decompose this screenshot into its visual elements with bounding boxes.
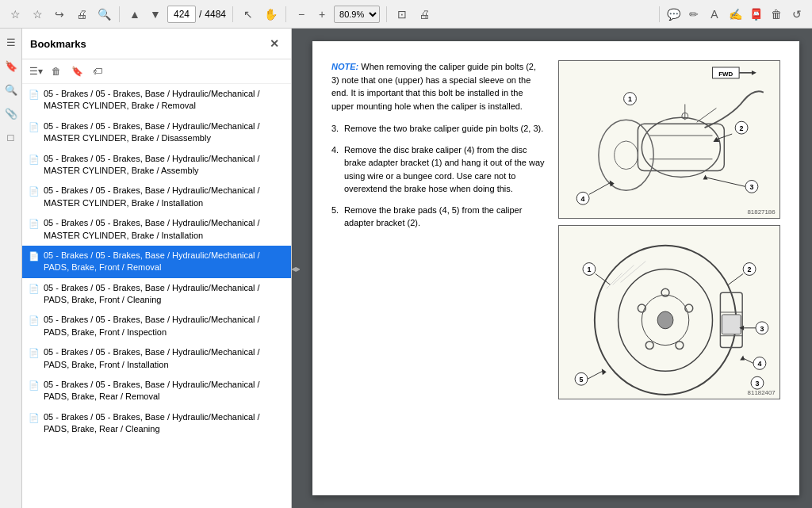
svg-text:2: 2 (740, 124, 744, 132)
bookmark-item-7[interactable]: 📄 05 - Brakes / 05 - Brakes, Base / Hydr… (22, 278, 291, 311)
star-button[interactable]: ☆ (29, 6, 46, 23)
bookmark-icon-10: 📄 (29, 380, 40, 392)
step-5: 5. Remove the brake pads (4, 5) from the… (331, 204, 546, 230)
fit-page-button[interactable]: ⊡ (393, 6, 411, 23)
stamp-button[interactable]: 📮 (747, 6, 764, 23)
bm-menu-button[interactable]: ☰▾ (27, 63, 44, 80)
pen-button[interactable]: ✏ (685, 6, 703, 23)
bookmark-text-2: 05 - Brakes / 05 - Brakes, Base / Hydrau… (44, 120, 285, 145)
note-body: When removing the caliper guide pin bolt… (331, 62, 536, 111)
print2-button[interactable]: 🖨 (416, 6, 433, 23)
bm-delete-button[interactable]: 🗑 (48, 63, 65, 80)
sign-button[interactable]: ✍ (726, 6, 744, 23)
bookmark-icon-6: 📄 (29, 250, 40, 262)
bookmarks-list: 📄 05 - Brakes / 05 - Brakes, Base / Hydr… (22, 84, 291, 508)
svg-text:3: 3 (760, 325, 764, 333)
zoom-select[interactable]: 50% 75% 80.9% 100% 125% 150% (334, 6, 380, 23)
bookmark-icon-4: 📄 (29, 185, 40, 197)
bookmark-item-2[interactable]: 📄 05 - Brakes / 05 - Brakes, Base / Hydr… (22, 116, 291, 149)
pdf-viewer-area: NOTE: When removing the caliper guide pi… (300, 29, 812, 508)
next-page-button[interactable]: ▼ (147, 6, 164, 23)
separator5 (659, 6, 660, 22)
bookmark-icon-1: 📄 (29, 89, 40, 101)
bookmark-text-10: 05 - Brakes / 05 - Brakes, Base / Hydrau… (44, 379, 285, 403)
bookmarks-toolbar: ☰▾ 🗑 🔖 🏷 (22, 59, 291, 84)
sidebar-icon-search[interactable]: 🔍 (2, 81, 20, 98)
svg-text:2: 2 (748, 265, 752, 273)
bookmark-text-7: 05 - Brakes / 05 - Brakes, Base / Hydrau… (44, 282, 285, 307)
diagram-lower: 1 2 3 4 5 (558, 225, 780, 399)
diagram-lower-svg: 1 2 3 4 5 (559, 226, 779, 399)
page-input[interactable]: 424 (167, 6, 196, 23)
svg-text:5: 5 (580, 376, 584, 384)
sidebar-icon-thumbs[interactable]: □ (2, 128, 20, 146)
svg-text:FWD: FWD (718, 71, 733, 78)
bookmarks-title: Bookmarks (30, 38, 86, 50)
bookmark-item-6[interactable]: 📄 05 - Brakes / 05 - Brakes, Base / Hydr… (22, 246, 291, 278)
sidebar-icon-bookmarks[interactable]: 🔖 (2, 57, 20, 74)
pdf-page-content: NOTE: When removing the caliper guide pi… (312, 41, 799, 495)
step-4: 4. Remove the disc brake caliper (4) fro… (331, 143, 546, 196)
bookmark-item-4[interactable]: 📄 05 - Brakes / 05 - Brakes, Base / Hydr… (22, 181, 291, 213)
zoom-in-button[interactable]: + (313, 6, 331, 23)
zoom-out-button[interactable]: − (293, 6, 310, 23)
bookmark-item-11[interactable]: 📄 05 - Brakes / 05 - Brakes, Base / Hydr… (22, 407, 291, 440)
sidebar-icon-attachments[interactable]: 📎 (2, 105, 20, 122)
hand-tool-button[interactable]: ✋ (262, 6, 279, 23)
separator4 (386, 6, 387, 22)
refresh-button[interactable]: ↺ (788, 6, 806, 23)
diagram-upper-svg: FWD 1 2 (559, 61, 779, 218)
page-total: 4484 (205, 9, 226, 20)
bookmark-item-9[interactable]: 📄 05 - Brakes / 05 - Brakes, Base / Hydr… (22, 342, 291, 375)
bookmark-text-6: 05 - Brakes / 05 - Brakes, Base / Hydrau… (44, 250, 285, 274)
bookmark-text-9: 05 - Brakes / 05 - Brakes, Base / Hydrau… (44, 346, 285, 371)
magnify-button[interactable]: 🔍 (95, 6, 113, 23)
comment-button[interactable]: 💬 (665, 6, 682, 23)
svg-text:3: 3 (749, 183, 753, 191)
pdf-text-column: NOTE: When removing the caliper guide pi… (331, 60, 546, 399)
pdf-note: NOTE: When removing the caliper guide pi… (331, 60, 546, 113)
step-5-text: Remove the brake pads (4, 5) from the ca… (344, 205, 522, 228)
bm-bookmark-button[interactable]: 🔖 (68, 63, 86, 80)
bookmark-text-1: 05 - Brakes / 05 - Brakes, Base / Hydrau… (44, 88, 285, 113)
main-layout: ☰ 🔖 🔍 📎 □ Bookmarks ✕ ☰▾ 🗑 🔖 🏷 📄 05 - Br… (0, 29, 812, 508)
bookmark-icon-11: 📄 (29, 412, 40, 424)
step-3: 3. Remove the two brake caliper guide pi… (331, 122, 546, 136)
bookmark-icon-3: 📄 (29, 154, 40, 166)
bookmark-item-8[interactable]: 📄 05 - Brakes / 05 - Brakes, Base / Hydr… (22, 310, 291, 342)
diagram-upper: FWD 1 2 (558, 60, 780, 219)
separator1 (119, 6, 120, 22)
cursor-tool-button[interactable]: ↖ (239, 6, 257, 23)
prev-page-button[interactable]: ▲ (126, 6, 144, 23)
highlight-button[interactable]: A (706, 6, 723, 23)
sidebar-icon-layers[interactable]: ☰ (2, 33, 20, 51)
bm-tag-button[interactable]: 🏷 (89, 63, 106, 80)
bookmark-text-3: 05 - Brakes / 05 - Brakes, Base / Hydrau… (44, 153, 285, 178)
svg-text:1: 1 (587, 265, 591, 273)
step-4-num: 4. (331, 143, 339, 157)
pdf-diagrams-column: FWD 1 2 (558, 60, 780, 399)
procedure-steps: 3. Remove the two brake caliper guide pi… (331, 122, 546, 230)
svg-rect-0 (559, 61, 779, 218)
bookmark-icon-9: 📄 (29, 347, 40, 359)
print-button[interactable]: 🖨 (73, 6, 90, 23)
svg-text:4: 4 (581, 195, 585, 203)
bookmark-item-10[interactable]: 📄 05 - Brakes / 05 - Brakes, Base / Hydr… (22, 375, 291, 407)
step-5-num: 5. (331, 204, 339, 217)
bookmark-text-4: 05 - Brakes / 05 - Brakes, Base / Hydrau… (44, 185, 285, 209)
left-sidebar-icons: ☰ 🔖 🔍 📎 □ (0, 29, 22, 508)
svg-point-45 (657, 311, 673, 329)
step-4-text: Remove the disc brake caliper (4) from t… (344, 145, 545, 194)
panel-resize-handle[interactable] (292, 29, 300, 508)
bookmark-item-5[interactable]: 📄 05 - Brakes / 05 - Brakes, Base / Hydr… (22, 213, 291, 246)
page-separator: / (199, 9, 201, 20)
back-button[interactable]: ☆ (6, 6, 24, 23)
bookmarks-close-button[interactable]: ✕ (266, 35, 283, 52)
separator2 (232, 6, 233, 22)
bookmark-item-3[interactable]: 📄 05 - Brakes / 05 - Brakes, Base / Hydr… (22, 149, 291, 181)
bookmark-item-1[interactable]: 📄 05 - Brakes / 05 - Brakes, Base / Hydr… (22, 84, 291, 116)
bookmarks-header: Bookmarks ✕ (22, 29, 291, 59)
trash-button[interactable]: 🗑 (768, 6, 785, 23)
forward-nav-button[interactable]: ↪ (51, 6, 68, 23)
bookmark-text-11: 05 - Brakes / 05 - Brakes, Base / Hydrau… (44, 411, 285, 436)
